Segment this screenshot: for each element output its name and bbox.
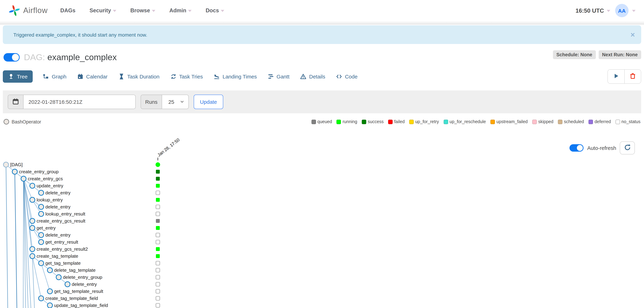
task-status-square[interactable] bbox=[156, 261, 160, 265]
tab-task-duration[interactable]: Task Duration bbox=[118, 70, 160, 83]
task-status-square[interactable] bbox=[156, 177, 160, 181]
task-status-square[interactable] bbox=[156, 296, 160, 300]
legend-item-failed[interactable]: failed bbox=[388, 119, 405, 124]
task-label[interactable]: create_tag_template_field bbox=[45, 296, 98, 301]
task-label[interactable]: get_tag_template bbox=[45, 260, 81, 266]
tab-gantt[interactable]: Gantt bbox=[267, 70, 290, 83]
task-label[interactable]: create_entry_gcs_result2 bbox=[36, 246, 88, 252]
task-status-square[interactable] bbox=[156, 233, 160, 237]
task-status-square[interactable] bbox=[156, 268, 160, 272]
task-status-square[interactable] bbox=[156, 205, 160, 209]
task-label[interactable]: delete_entry bbox=[45, 204, 70, 209]
tab-task-tries[interactable]: Task Tries bbox=[170, 70, 204, 83]
task-node[interactable] bbox=[4, 162, 8, 167]
auto-refresh-toggle[interactable] bbox=[570, 144, 584, 152]
task-label[interactable]: delete_entry bbox=[72, 282, 97, 287]
task-status-square[interactable] bbox=[156, 219, 160, 223]
dag-pause-toggle[interactable] bbox=[4, 53, 20, 62]
task-node[interactable] bbox=[56, 275, 61, 280]
task-node[interactable] bbox=[39, 296, 44, 301]
task-node[interactable] bbox=[30, 183, 35, 188]
task-node[interactable] bbox=[48, 289, 52, 294]
task-label[interactable]: update_entry bbox=[36, 183, 63, 188]
task-node[interactable] bbox=[39, 232, 44, 238]
task-status-square[interactable] bbox=[156, 170, 160, 174]
nav-item-browse[interactable]: Browse bbox=[130, 8, 156, 14]
legend-item-skipped[interactable]: skipped bbox=[532, 119, 553, 124]
task-label[interactable]: delete_tag_template bbox=[54, 267, 96, 273]
tab-code[interactable]: Code bbox=[335, 70, 358, 83]
tab-details[interactable]: Details bbox=[300, 70, 326, 83]
task-node[interactable] bbox=[30, 225, 35, 231]
task-label[interactable]: lookup_entry_result bbox=[45, 211, 86, 216]
runs-select[interactable]: 25 bbox=[162, 95, 188, 109]
task-node[interactable] bbox=[48, 303, 52, 308]
task-node[interactable] bbox=[48, 268, 52, 273]
legend-item-queued[interactable]: queued bbox=[312, 119, 332, 124]
refresh-button[interactable] bbox=[620, 141, 635, 154]
airflow-brand[interactable]: Airflow bbox=[8, 5, 48, 17]
calendar-addon[interactable] bbox=[8, 95, 24, 109]
task-status-square[interactable] bbox=[156, 240, 160, 244]
task-label[interactable]: delete_entry bbox=[45, 190, 70, 195]
task-label[interactable]: get_entry bbox=[36, 225, 56, 231]
legend-item-no_status[interactable]: no_status bbox=[616, 119, 640, 124]
tab-calendar[interactable]: Calendar bbox=[77, 70, 108, 83]
run-date-header[interactable]: Jan 28, 17:50 bbox=[160, 152, 186, 157]
task-status-square[interactable] bbox=[156, 212, 160, 216]
close-icon[interactable]: × bbox=[630, 31, 635, 38]
task-node[interactable] bbox=[39, 240, 44, 245]
task-label[interactable]: create_entry_gcs bbox=[28, 176, 63, 181]
task-node[interactable] bbox=[12, 169, 18, 174]
nav-item-dags[interactable]: DAGs bbox=[60, 8, 76, 14]
user-menu[interactable]: AA bbox=[615, 4, 636, 17]
task-node[interactable] bbox=[30, 197, 35, 202]
legend-item-up_for_retry[interactable]: up_for_retry bbox=[409, 119, 439, 124]
task-node[interactable] bbox=[39, 211, 44, 216]
task-node[interactable] bbox=[30, 218, 35, 224]
task-status-square[interactable] bbox=[156, 289, 160, 293]
task-status-square[interactable] bbox=[156, 303, 160, 307]
task-node[interactable] bbox=[39, 261, 44, 266]
task-label[interactable]: delete_entry bbox=[45, 232, 70, 238]
task-label[interactable]: get_tag_template_result bbox=[54, 289, 103, 294]
nav-item-security[interactable]: Security bbox=[90, 8, 116, 14]
task-status-square[interactable] bbox=[156, 191, 160, 195]
task-label[interactable]: [DAG] bbox=[10, 162, 23, 167]
legend-item-running[interactable]: running bbox=[336, 119, 357, 124]
legend-item-up_for_reschedule[interactable]: up_for_reschedule bbox=[444, 119, 486, 124]
task-node[interactable] bbox=[30, 247, 35, 252]
task-status-square[interactable] bbox=[156, 247, 160, 251]
tab-tree[interactable]: Tree bbox=[3, 70, 33, 83]
legend-item-deferred[interactable]: deferred bbox=[588, 119, 611, 124]
dag-run-status-circle[interactable] bbox=[156, 162, 160, 167]
task-status-square[interactable] bbox=[156, 184, 160, 188]
task-status-square[interactable] bbox=[156, 198, 160, 202]
legend-item-upstream_failed[interactable]: upstream_failed bbox=[490, 119, 528, 124]
legend-item-scheduled[interactable]: scheduled bbox=[558, 119, 584, 124]
task-label[interactable]: delete_entry_group bbox=[63, 274, 102, 280]
trigger-dag-button[interactable] bbox=[608, 70, 624, 83]
base-date-input[interactable] bbox=[24, 95, 135, 109]
task-label[interactable]: create_entry_gcs_result bbox=[36, 218, 86, 224]
tab-landing-times[interactable]: Landing Times bbox=[213, 70, 258, 83]
task-node[interactable] bbox=[30, 254, 35, 259]
task-status-square[interactable] bbox=[156, 275, 160, 279]
tab-graph[interactable]: Graph bbox=[42, 70, 67, 83]
nav-item-admin[interactable]: Admin bbox=[170, 8, 192, 14]
task-status-square[interactable] bbox=[156, 254, 160, 258]
task-status-square[interactable] bbox=[156, 226, 160, 230]
task-label[interactable]: lookup_entry bbox=[36, 197, 63, 202]
task-label[interactable]: get_entry_result bbox=[45, 239, 78, 245]
task-node[interactable] bbox=[21, 176, 26, 181]
update-button[interactable]: Update bbox=[194, 95, 223, 109]
task-node[interactable] bbox=[65, 282, 70, 287]
clock-menu[interactable]: 16:50 UTC bbox=[576, 7, 610, 14]
delete-dag-button[interactable] bbox=[624, 70, 641, 83]
task-label[interactable]: create_tag_template bbox=[36, 253, 78, 259]
task-label[interactable]: update_tag_template_field bbox=[54, 303, 108, 308]
task-status-square[interactable] bbox=[156, 282, 160, 286]
task-node[interactable] bbox=[39, 204, 44, 209]
task-node[interactable] bbox=[39, 190, 44, 195]
legend-item-success[interactable]: success bbox=[362, 119, 384, 124]
